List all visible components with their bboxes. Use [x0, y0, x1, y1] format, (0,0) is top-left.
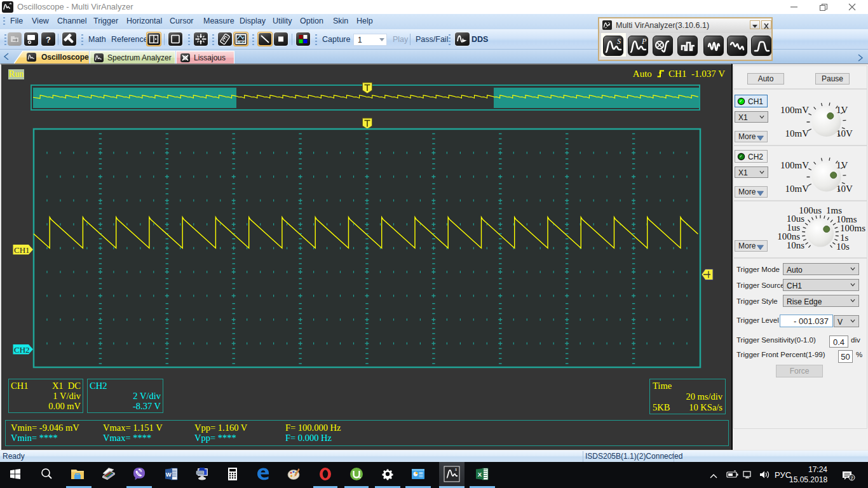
svg-text:P: P [641, 37, 647, 46]
svg-text:S: S [617, 37, 621, 46]
svg-text:?: ? [46, 35, 51, 44]
svg-text:W: W [166, 471, 172, 478]
svg-text:X: X [478, 471, 482, 478]
svg-text:CH1: CH1 [14, 245, 30, 255]
svg-text:CH2: CH2 [14, 345, 30, 355]
svg-text:7: 7 [850, 475, 853, 481]
svg-text:s: s [455, 466, 457, 472]
